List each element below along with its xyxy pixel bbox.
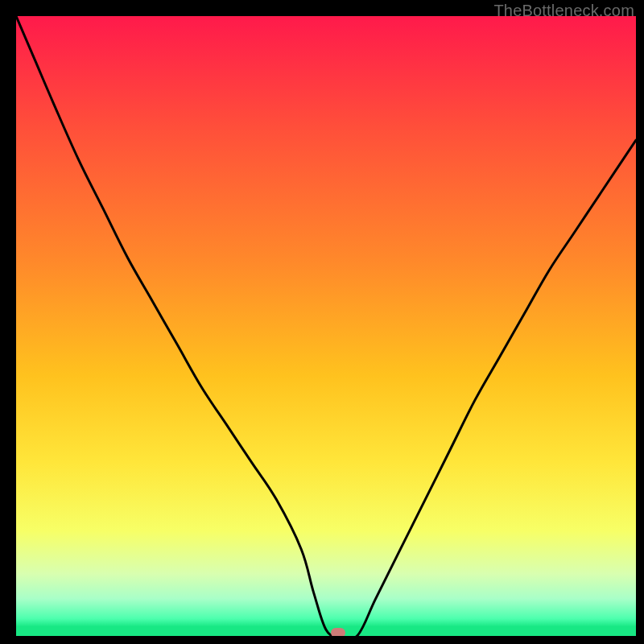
bottleneck-curve — [16, 16, 636, 636]
watermark-text: TheBottleneck.com — [493, 2, 634, 20]
optimal-point-marker — [331, 628, 345, 636]
chart-stage: TheBottleneck.com — [0, 0, 644, 644]
plot-area — [16, 16, 636, 636]
